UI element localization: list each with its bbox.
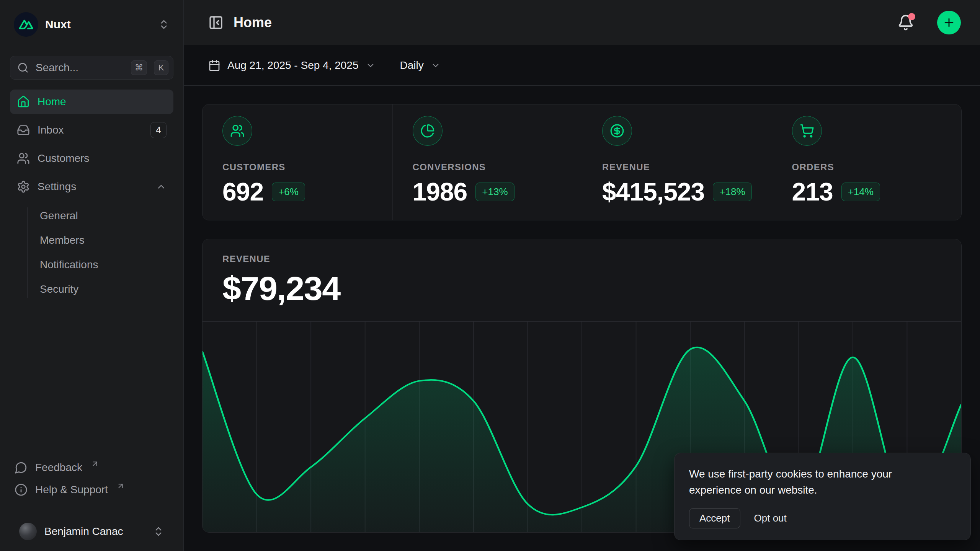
stat-label: CUSTOMERS (222, 162, 392, 173)
stat-delta-badge: +18% (713, 183, 751, 201)
stat-value-row: $415,523+18% (602, 177, 772, 206)
sidebar-subitem-general[interactable]: General (40, 204, 173, 228)
sidebar-item-label: Inbox (38, 124, 64, 136)
granularity-label: Daily (400, 59, 424, 72)
stat-delta-badge: +6% (272, 183, 305, 201)
sidebar-item-label: Feedback (35, 461, 82, 474)
stat-delta-badge: +13% (475, 183, 514, 201)
sidebar-item-settings[interactable]: Settings (10, 174, 173, 199)
stat-card-revenue: REVENUE$415,523+18% (582, 104, 772, 220)
chevron-up-icon (156, 181, 167, 192)
notifications-button[interactable] (897, 14, 914, 31)
stat-value: 1986 (413, 177, 467, 206)
add-button[interactable] (937, 11, 961, 34)
page-title: Home (234, 15, 887, 31)
users-circle-icon (230, 124, 245, 138)
calendar-icon (208, 59, 220, 72)
stat-value-row: 1986+13% (413, 177, 582, 206)
count-badge: 4 (150, 122, 167, 138)
chevron-down-icon (431, 60, 441, 70)
stat-label: CONVERSIONS (413, 162, 582, 173)
revenue-panel-header: REVENUE $79,234 (203, 239, 961, 308)
sidebar-item-label: Customers (38, 152, 89, 165)
users-icon (17, 152, 30, 165)
stat-value: 213 (792, 177, 833, 206)
panel-left-close-icon[interactable] (208, 15, 224, 30)
stat-value: $415,523 (602, 177, 704, 206)
opt-out-button[interactable]: Opt out (754, 512, 787, 524)
stat-icon-badge (602, 116, 632, 146)
sidebar-item-label: Home (38, 96, 66, 108)
stat-label: ORDERS (792, 162, 962, 173)
sidebar-item-inbox[interactable]: Inbox4 (10, 118, 173, 142)
sidebar-item-customers[interactable]: Customers (10, 146, 173, 171)
sidebar-divider (5, 511, 179, 511)
stat-label: REVENUE (602, 162, 772, 173)
sidebar: Nuxt Search... ⌘ K HomeInbox4CustomersSe… (0, 0, 184, 551)
cookie-consent-toast: We use first-party cookies to enhance yo… (674, 453, 971, 540)
stat-icon-badge (413, 116, 443, 146)
chevrons-up-down-icon (158, 19, 170, 30)
home-icon (17, 95, 30, 108)
revenue-panel-value: $79,234 (222, 269, 941, 308)
dollar-circle-icon (610, 124, 624, 138)
plus-icon (942, 16, 956, 29)
main-area: Home Aug 21, 2025 - Sep 4, 2025 Daily CU… (184, 0, 980, 551)
cookie-message-line1: We use first-party cookies to enhance yo… (689, 468, 892, 480)
stat-icon-badge (792, 116, 822, 146)
search-placeholder: Search... (36, 62, 124, 74)
toolbar: Aug 21, 2025 - Sep 4, 2025 Daily (184, 45, 980, 86)
sidebar-item-home[interactable]: Home (10, 90, 173, 114)
sidebar-subitem-security[interactable]: Security (40, 277, 173, 302)
sidebar-footer: FeedbackHelp & Support Benjamin Canac (10, 456, 173, 542)
cookie-message-line2: experience on our website. (689, 484, 817, 496)
sidebar-item-label: Help & Support (35, 484, 108, 496)
cookie-actions: Accept Opt out (689, 508, 956, 528)
revenue-panel-label: REVENUE (222, 254, 941, 264)
cart-icon (800, 124, 814, 138)
nuxt-logo-icon (14, 12, 38, 37)
brand-name: Nuxt (45, 18, 151, 31)
chat-bubble-icon (15, 461, 28, 474)
date-range-picker[interactable]: Aug 21, 2025 - Sep 4, 2025 (208, 59, 376, 72)
search-input[interactable]: Search... ⌘ K (10, 56, 173, 80)
sidebar-item-label: Settings (38, 181, 76, 193)
kbd-cmd: ⌘ (131, 60, 147, 75)
sidebar-nav: HomeInbox4CustomersSettingsGeneralMember… (10, 90, 173, 302)
external-link-icon (91, 460, 99, 468)
stat-value-row: 692+6% (222, 177, 392, 206)
stat-card-conversions: CONVERSIONS1986+13% (392, 104, 582, 220)
stat-value: 692 (222, 177, 263, 206)
granularity-select[interactable]: Daily (400, 59, 441, 72)
stat-card-orders: ORDERS213+14% (772, 104, 962, 220)
chevrons-up-down-icon (153, 526, 164, 537)
page-header: Home (184, 0, 980, 45)
cookie-message: We use first-party cookies to enhance yo… (689, 466, 956, 498)
stat-value-row: 213+14% (792, 177, 962, 206)
stat-card-customers: CUSTOMERS692+6% (203, 104, 392, 220)
sidebar-subnav: GeneralMembersNotificationsSecurity (10, 204, 173, 302)
search-icon (17, 62, 29, 73)
user-menu[interactable]: Benjamin Canac (15, 514, 169, 542)
kbd-k: K (154, 60, 168, 75)
notification-dot (908, 13, 915, 20)
inbox-icon (17, 124, 30, 137)
pie-chart-icon (420, 124, 435, 138)
sidebar-item-feedback[interactable]: Feedback (15, 456, 169, 479)
app: Nuxt Search... ⌘ K HomeInbox4CustomersSe… (0, 0, 980, 551)
user-name: Benjamin Canac (44, 525, 145, 538)
sidebar-subitem-notifications[interactable]: Notifications (40, 253, 173, 277)
sidebar-subitem-members[interactable]: Members (40, 228, 173, 253)
stats-row: CUSTOMERS692+6%CONVERSIONS1986+13%REVENU… (202, 104, 962, 220)
info-circle-icon (15, 483, 28, 496)
external-link-icon (116, 482, 125, 490)
stat-delta-badge: +14% (841, 183, 880, 201)
date-range-label: Aug 21, 2025 - Sep 4, 2025 (227, 59, 359, 72)
user-avatar (19, 523, 37, 540)
chevron-down-icon (366, 60, 376, 70)
accept-button[interactable]: Accept (689, 508, 740, 528)
stat-icon-badge (222, 116, 252, 146)
gear-icon (17, 180, 30, 193)
workspace-switcher[interactable]: Nuxt (10, 11, 173, 38)
sidebar-item-help-support[interactable]: Help & Support (15, 479, 169, 501)
